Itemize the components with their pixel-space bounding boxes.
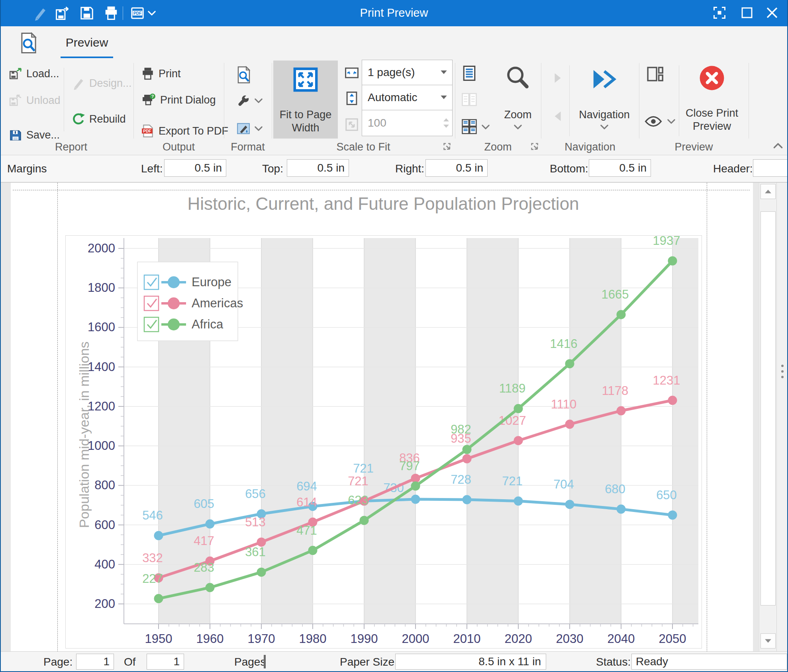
data-point-marker	[565, 420, 574, 429]
scrollbar-thumb[interactable]	[761, 211, 776, 606]
left-margin-label: Left:	[141, 162, 163, 175]
fit-to-page-width-button[interactable]: Fit to Page Width	[273, 61, 338, 139]
data-point-marker	[360, 516, 369, 525]
data-point-marker	[308, 546, 318, 555]
app-button document-magnifier-icon[interactable]	[20, 32, 37, 54]
fit-height-combo[interactable]: Automatic	[362, 85, 453, 110]
data-point-marker	[514, 496, 523, 506]
header-margin-label: Header:	[713, 162, 753, 175]
single-page-view-icon[interactable]	[461, 65, 477, 81]
tab-row: Preview	[1, 26, 787, 60]
close-print-preview-button[interactable]: Close Print Preview	[682, 61, 742, 139]
data-point-marker	[206, 520, 215, 529]
print-button[interactable]: Print	[141, 67, 181, 80]
paper-size-label: Paper Size:	[340, 656, 398, 668]
vertical-scrollbar[interactable]	[759, 183, 776, 652]
save-button[interactable]: Save...	[9, 128, 60, 142]
load-button[interactable]: Load...	[9, 67, 59, 80]
page-setup-icon[interactable]	[237, 66, 251, 84]
data-point-label: 680	[605, 482, 625, 496]
data-point-label: 721	[348, 474, 369, 488]
legend-marker-circle	[168, 318, 180, 330]
multiple-pages-view-icon[interactable]	[461, 119, 477, 135]
printer-icon	[141, 67, 155, 80]
close-icon[interactable]	[765, 6, 779, 20]
legend-checkbox	[144, 296, 159, 311]
spinner-arrows-icon	[440, 118, 452, 128]
page-count-field[interactable]: 1	[147, 654, 184, 670]
data-point-marker	[463, 445, 472, 454]
eye-icon[interactable]	[645, 115, 662, 127]
margins-toolbar: Margins Left: 0.5 in Top: 0.5 in Right: …	[1, 155, 787, 182]
left-margin-guide	[57, 183, 58, 652]
left-margin-field[interactable]: 0.5 in	[164, 159, 226, 177]
right-margin-field[interactable]: 0.5 in	[425, 159, 488, 177]
scale-to-fit-dialog-launcher-icon[interactable]	[442, 142, 452, 151]
data-point-label: 1416	[550, 337, 578, 351]
scroll-up-button[interactable]	[761, 184, 776, 199]
x-tick-label: 1960	[196, 632, 224, 646]
snap-layout-icon[interactable]	[712, 6, 727, 20]
maximize-icon[interactable]	[740, 6, 754, 20]
format-options-button[interactable]	[237, 94, 263, 107]
data-point-label: 614	[296, 495, 317, 509]
tab-preview[interactable]: Preview	[61, 36, 113, 49]
group-caption-scale-to-fit: Scale to Fit	[272, 141, 455, 153]
fit-pages-combo[interactable]: 1 page(s)	[362, 60, 453, 85]
pages-label: Pages	[234, 656, 266, 668]
rebuild-button[interactable]: Rebuild	[72, 112, 126, 126]
data-point-label: 1178	[602, 384, 629, 398]
group-caption-navigation: Navigation	[541, 141, 639, 153]
scale-icon	[344, 117, 359, 132]
page-layout-icon[interactable]	[646, 65, 664, 83]
data-point-label: 694	[296, 479, 317, 493]
fit-height-icon	[344, 91, 359, 106]
data-point-label: 605	[194, 497, 214, 511]
data-point-label: 650	[656, 488, 677, 502]
data-point-label: 1665	[602, 287, 629, 301]
y-tick-label: 1800	[88, 281, 115, 295]
chart-legend: EuropeAmericasAfrica	[137, 262, 243, 341]
navigation-button[interactable]: Navigation	[574, 61, 634, 139]
data-point-label: 721	[353, 461, 374, 475]
collapse-ribbon-icon[interactable]	[773, 143, 783, 149]
header-margin-field[interactable]	[753, 159, 788, 177]
chevron-down-icon	[440, 69, 452, 76]
panel-grip-dots-icon[interactable]	[781, 364, 784, 380]
legend-checkbox	[144, 317, 159, 332]
print-dialog-button[interactable]: Print Dialog	[141, 93, 216, 107]
legend-marker-circle	[168, 297, 180, 309]
legend-checkbox	[144, 275, 159, 289]
group-caption-zoom: Zoom	[455, 141, 541, 153]
data-point-marker	[668, 396, 677, 405]
load-icon	[9, 67, 22, 80]
x-tick-label: 2050	[659, 632, 686, 646]
watermark-button[interactable]	[237, 122, 263, 135]
export-to-pdf-button[interactable]: Export To PDF	[141, 124, 228, 138]
y-tick-label: 1600	[88, 320, 115, 334]
data-point-marker	[463, 454, 472, 463]
y-tick-label: 1200	[88, 399, 115, 413]
y-tick-label: 1400	[88, 360, 115, 374]
x-tick-label: 1990	[351, 632, 378, 646]
fit-to-page-icon	[293, 67, 318, 92]
zoom-button[interactable]: Zoom	[497, 61, 539, 139]
statusbar-splitter[interactable]	[264, 655, 266, 668]
x-tick-label: 2000	[402, 632, 429, 646]
legend-label: Africa	[192, 317, 223, 331]
data-point-marker	[514, 436, 523, 445]
magnifier-icon	[505, 65, 531, 91]
bottom-margin-field[interactable]: 0.5 in	[589, 159, 651, 177]
data-point-label: 656	[245, 487, 266, 501]
data-point-marker	[565, 359, 574, 368]
zoom-dialog-launcher-icon[interactable]	[530, 142, 539, 151]
page-number-field[interactable]: 1	[76, 654, 114, 670]
scroll-down-button[interactable]	[761, 633, 776, 649]
unload-icon	[9, 94, 22, 107]
rebuild-icon	[72, 112, 85, 126]
wrench-icon	[237, 94, 250, 107]
top-margin-field[interactable]: 0.5 in	[287, 159, 349, 177]
x-tick-label: 1950	[145, 632, 172, 646]
data-point-marker	[514, 404, 523, 413]
tab-underline	[61, 57, 113, 58]
